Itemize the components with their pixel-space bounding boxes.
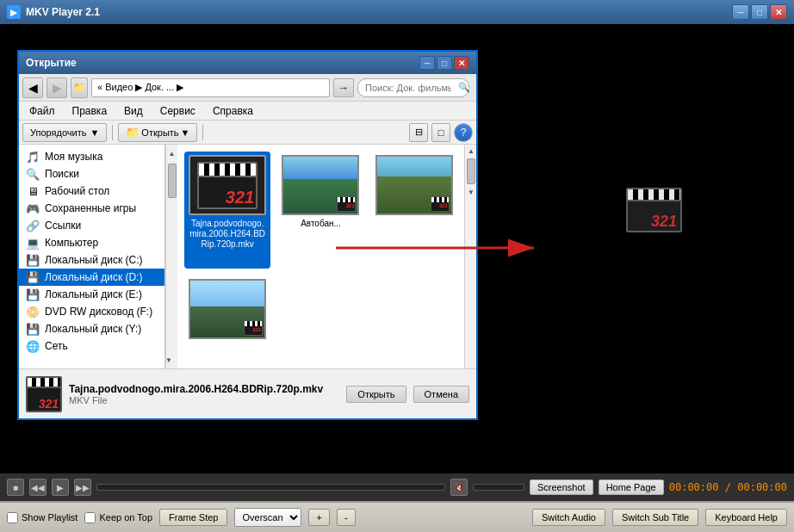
volume-bar[interactable] — [473, 484, 524, 491]
keep-on-top-label[interactable]: Keep on Top — [84, 512, 152, 523]
files-scrollbar[interactable]: ▲ ▼ — [464, 145, 476, 368]
overscan-select[interactable]: Overscan — [234, 508, 301, 527]
stop-btn[interactable]: ■ — [7, 479, 24, 496]
dialog-title: Открытие — [26, 57, 418, 69]
player-maximize-btn[interactable]: □ — [751, 4, 768, 20]
show-playlist-label[interactable]: Show Playlist — [7, 512, 78, 523]
address-bar: ◀ ▶ 📁 « Видео ▶ Док. ... ▶ → 🔍 — [19, 74, 476, 102]
status-file-icon: 321 — [26, 376, 62, 412]
file-item-1[interactable]: 321 Автобан... — [277, 152, 363, 269]
files-scroll-up[interactable]: ▲ — [465, 145, 476, 157]
files-scroll-thumb[interactable] — [467, 158, 475, 184]
file-item-3[interactable]: 321 — [184, 275, 270, 362]
video-area: Открытие ─ □ ✕ ◀ ▶ 📁 « Видео ▶ Док. ... … — [0, 24, 794, 501]
nav-item-music[interactable]: 🎵 Моя музыка — [19, 148, 164, 165]
player-title: MKV Player 2.1 — [26, 6, 732, 18]
nav-item-drive-e[interactable]: 💾 Локальный диск (E:) — [19, 286, 164, 303]
up-btn[interactable]: 📁 — [71, 77, 88, 98]
time-display: 00:00:00 / 00:00:00 — [669, 481, 787, 493]
menu-bar: Файл Правка Вид Сервис Справка — [19, 102, 476, 121]
screenshot-btn[interactable]: Screenshot — [530, 479, 593, 495]
file-item-2[interactable]: 321 — [371, 152, 457, 269]
file-thumbnail-2: 321 — [375, 155, 453, 215]
menu-help[interactable]: Справка — [206, 103, 260, 119]
address-path[interactable]: « Видео ▶ Док. ... ▶ — [91, 78, 330, 97]
toolbar-sep2 — [202, 125, 203, 140]
play-btn[interactable]: ▶ — [52, 479, 69, 496]
nav-item-games[interactable]: 🎮 Сохраненные игры — [19, 200, 164, 217]
files-grid: 321 Tajna.podvodnogo.mira.2006.H264.BDRi… — [177, 145, 464, 368]
player-close-btn[interactable]: ✕ — [770, 4, 787, 20]
dialog-toolbar: Упорядочить ▼ 📁 Открыть ▼ ⊟ □ ? — [19, 121, 476, 145]
files-panel: 321 Tajna.podvodnogo.mira.2006.H264.BDRi… — [177, 145, 464, 368]
nav-item-drive-y[interactable]: 💾 Локальный диск (Y:) — [19, 320, 164, 337]
dialog-close-btn[interactable]: ✕ — [454, 56, 469, 70]
keep-on-top-checkbox[interactable] — [84, 512, 96, 523]
nav-item-drive-c[interactable]: 💾 Локальный диск (C:) — [19, 251, 164, 269]
bottom-toolbar: Show Playlist Keep on Top Frame Step Ove… — [0, 501, 794, 532]
toolbar-sep — [112, 125, 113, 140]
file-name-0: Tajna.podvodnogo.mira.2006.H264.BDRip.72… — [189, 219, 266, 250]
menu-file[interactable]: Файл — [22, 103, 62, 119]
view-toggle-btn[interactable]: ⊟ — [409, 123, 428, 142]
nav-item-drive-d[interactable]: 💾 Локальный диск (D:) — [19, 269, 164, 286]
view-grid-btn[interactable]: □ — [431, 123, 450, 142]
drag-clapperboard: 321 — [626, 188, 682, 232]
nav-item-desktop[interactable]: 🖥 Рабочий стол — [19, 182, 164, 200]
player-minimize-btn[interactable]: ─ — [732, 4, 749, 20]
next-btn[interactable]: ▶▶ — [74, 479, 91, 496]
address-go-btn[interactable]: → — [333, 78, 354, 97]
progress-bar[interactable] — [96, 484, 445, 491]
dialog-open-btn[interactable]: Открыть — [346, 386, 406, 403]
files-scroll-down[interactable]: ▼ — [465, 186, 476, 198]
switch-audio-btn[interactable]: Switch Audio — [532, 509, 605, 526]
player-controls-overlay: ■ ◀◀ ▶ ▶▶ 🔇 Screenshot Home Page 00:00:0… — [0, 473, 794, 501]
minus-btn[interactable]: - — [337, 509, 356, 526]
back-btn[interactable]: ◀ — [22, 77, 43, 98]
file-item-0[interactable]: 321 Tajna.podvodnogo.mira.2006.H264.BDRi… — [184, 152, 270, 269]
menu-edit[interactable]: Правка — [65, 103, 115, 119]
player-icon: ▶ — [7, 5, 21, 19]
file-thumbnail-3: 321 — [189, 279, 266, 339]
plus-btn[interactable]: + — [308, 509, 329, 526]
dialog-cancel-btn[interactable]: Отмена — [413, 386, 469, 403]
files-panel-container: 321 Tajna.podvodnogo.mira.2006.H264.BDRi… — [177, 145, 476, 368]
mute-btn[interactable]: 🔇 — [450, 479, 468, 496]
nav-item-dvd[interactable]: 📀 DVD RW дисковод (F:) — [19, 303, 164, 320]
help-btn[interactable]: ? — [454, 123, 473, 142]
dialog-content: 🎵 Моя музыка 🔍 Поиски 🖥 Рабочий стол — [19, 145, 476, 368]
nav-item-network[interactable]: 🌐 Сеть — [19, 337, 164, 355]
open-toolbar-btn[interactable]: 📁 Открыть ▼ — [118, 123, 197, 142]
search-icon[interactable]: 🔍 — [456, 79, 473, 96]
menu-service[interactable]: Сервис — [153, 103, 202, 119]
dialog-maximize-btn[interactable]: □ — [437, 56, 452, 70]
status-filename: Tajna.podvodnogo.mira.2006.H264.BDRip.72… — [69, 383, 339, 395]
file-thumbnail-1: 321 — [282, 155, 359, 215]
nav-item-links[interactable]: 🔗 Ссылки — [19, 217, 164, 234]
status-filetype: MKV File — [69, 395, 339, 405]
status-text: Tajna.podvodnogo.mira.2006.H264.BDRip.72… — [69, 383, 339, 405]
switch-sub-title-btn[interactable]: Switch Sub Title — [612, 509, 698, 526]
player-window-controls: ─ □ ✕ — [732, 4, 787, 20]
dialog-title-bar: Открытие ─ □ ✕ — [19, 52, 476, 74]
file-name-1: Автобан... — [301, 219, 341, 229]
menu-view[interactable]: Вид — [117, 103, 150, 119]
organize-btn[interactable]: Упорядочить ▼ — [22, 123, 107, 142]
home-page-btn[interactable]: Home Page — [599, 479, 664, 495]
show-playlist-checkbox[interactable] — [7, 512, 18, 523]
nav-item-computer[interactable]: 💻 Компьютер — [19, 234, 164, 251]
nav-scrollbar[interactable]: ▲ ▼ — [165, 145, 177, 368]
frame-step-btn[interactable]: Frame Step — [159, 509, 227, 526]
nav-item-searches[interactable]: 🔍 Поиски — [19, 165, 164, 182]
nav-panel-container: 🎵 Моя музыка 🔍 Поиски 🖥 Рабочий стол — [19, 145, 177, 368]
file-dialog: Открытие ─ □ ✕ ◀ ▶ 📁 « Видео ▶ Док. ... … — [17, 50, 478, 420]
dialog-status-bar: 321 Tajna.podvodnogo.mira.2006.H264.BDRi… — [19, 368, 476, 418]
keyboard-help-btn[interactable]: Keyboard Help — [705, 509, 787, 526]
player-title-bar: ▶ MKV Player 2.1 ─ □ ✕ — [0, 0, 794, 24]
nav-scroll-thumb[interactable] — [168, 164, 177, 198]
prev-btn[interactable]: ◀◀ — [29, 479, 47, 496]
forward-btn[interactable]: ▶ — [47, 77, 67, 98]
file-thumbnail-0: 321 — [189, 155, 266, 215]
search-input[interactable] — [357, 78, 469, 97]
dialog-minimize-btn[interactable]: ─ — [419, 56, 435, 70]
